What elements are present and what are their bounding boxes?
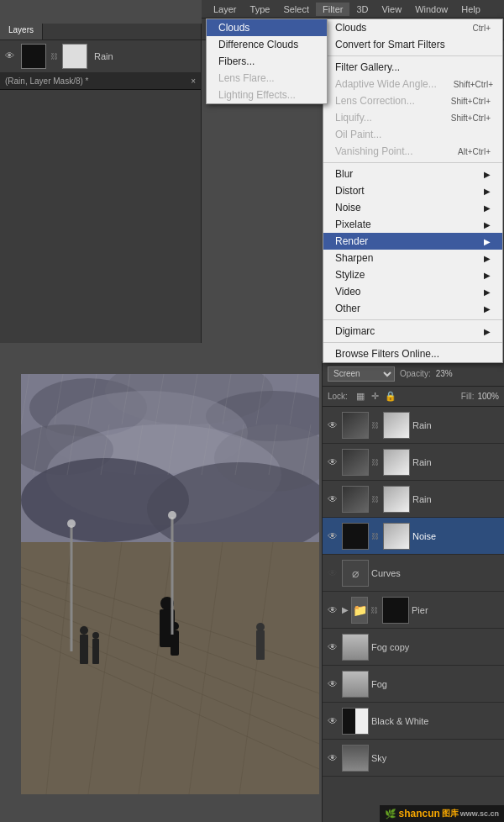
fill-value[interactable]: 100% bbox=[477, 392, 499, 401]
eye-icon[interactable]: 👁 bbox=[5, 50, 17, 62]
filter-sharpen[interactable]: Sharpen ▶ bbox=[323, 250, 502, 266]
eye-icon-rain-3[interactable]: 👁 bbox=[326, 493, 339, 506]
layer-mask-rain-2 bbox=[383, 449, 410, 476]
filter-video-label: Video bbox=[335, 286, 360, 298]
watermark: 🌿 shancun 图库 www.sc.cn bbox=[380, 805, 504, 822]
blend-mode-select[interactable]: Screen Normal Multiply Overlay bbox=[328, 366, 395, 382]
layer-mask-rain-1 bbox=[383, 412, 410, 439]
layer-row-fog-copy[interactable]: 👁 Fog copy bbox=[323, 629, 504, 666]
menu-help[interactable]: Help bbox=[454, 3, 487, 16]
lock-label: Lock: bbox=[328, 392, 348, 401]
layer-thumb-black bbox=[21, 44, 46, 69]
layer-thumb-curves: ⌀ bbox=[342, 560, 369, 587]
filter-video[interactable]: Video ▶ bbox=[323, 283, 502, 300]
filter-noise[interactable]: Noise ▶ bbox=[323, 199, 502, 216]
menu-filter[interactable]: Filter bbox=[316, 3, 349, 16]
layer-thumb-pier-folder: 📁 bbox=[351, 597, 368, 624]
filter-clouds-label: Clouds bbox=[335, 22, 366, 34]
lock-pixels-icon[interactable]: ▦ bbox=[354, 391, 366, 403]
filter-gallery[interactable]: Filter Gallery... bbox=[323, 59, 502, 76]
eye-icon-fog-copy[interactable]: 👁 bbox=[326, 640, 339, 654]
opacity-value[interactable]: 23% bbox=[436, 369, 461, 378]
filter-adaptive-shortcut: Shift+Ctrl+ bbox=[454, 80, 493, 89]
filter-render[interactable]: Render ▶ bbox=[323, 233, 502, 250]
layer-name-fog: Fog bbox=[371, 679, 501, 689]
filter-pixelate[interactable]: Pixelate ▶ bbox=[323, 216, 502, 233]
filter-convert-smart-label: Convert for Smart Filters bbox=[335, 39, 445, 50]
menu-bar: Layer Type Select Filter 3D View Window … bbox=[202, 0, 504, 18]
layer-thumb-sky bbox=[342, 745, 369, 772]
stylize-arrow: ▶ bbox=[484, 271, 491, 280]
menu-select[interactable]: Select bbox=[276, 3, 316, 16]
layer-row-noise[interactable]: 👁 ⛓ Noise bbox=[323, 518, 504, 555]
eye-icon-curves[interactable]: 👁 bbox=[326, 566, 339, 580]
lock-all-icon[interactable]: 🔒 bbox=[385, 391, 396, 403]
layer-row-rain-2[interactable]: 👁 ⛓ Rain bbox=[323, 444, 504, 481]
eye-icon-fog[interactable]: 👁 bbox=[326, 677, 339, 691]
eye-icon-pier[interactable]: 👁 bbox=[326, 603, 339, 617]
menu-view[interactable]: View bbox=[375, 3, 408, 16]
eye-icon-noise[interactable]: 👁 bbox=[326, 530, 339, 543]
tab-info-text: (Rain, Layer Mask/8) * bbox=[5, 76, 88, 86]
separator-4 bbox=[323, 342, 502, 343]
filter-oil-paint-label: Oil Paint... bbox=[335, 129, 381, 140]
layer-name-sky: Sky bbox=[371, 753, 501, 763]
filter-distort-label: Distort bbox=[335, 185, 365, 197]
chain-icon: ⛓ bbox=[50, 52, 58, 61]
filter-distort[interactable]: Distort ▶ bbox=[323, 182, 502, 199]
render-clouds[interactable]: Clouds bbox=[207, 19, 327, 36]
layer-row-curves[interactable]: 👁 ⌀ Curves bbox=[323, 555, 504, 592]
svg-point-28 bbox=[92, 632, 99, 639]
render-difference-clouds[interactable]: Difference Clouds bbox=[207, 36, 327, 53]
filter-digimarc[interactable]: Digimarc ▶ bbox=[323, 323, 502, 340]
filter-stylize-label: Stylize bbox=[335, 269, 365, 281]
separator-3 bbox=[323, 319, 502, 320]
tab-close-button[interactable]: × bbox=[191, 76, 196, 86]
blur-arrow: ▶ bbox=[484, 170, 491, 179]
layer-row-rain-3[interactable]: 👁 ⛓ Rain bbox=[323, 481, 504, 518]
layers-panel: Screen Normal Multiply Overlay Opacity: … bbox=[322, 361, 504, 822]
fill-label: Fill: bbox=[461, 392, 475, 401]
tab-info-bar: (Rain, Layer Mask/8) * × bbox=[0, 73, 201, 90]
filter-convert-smart[interactable]: Convert for Smart Filters bbox=[323, 36, 502, 53]
filter-blur-label: Blur bbox=[335, 168, 353, 180]
menu-window[interactable]: Window bbox=[408, 3, 454, 16]
layer-row-sky[interactable]: 👁 Sky bbox=[323, 740, 504, 777]
layer-thumb-bw bbox=[342, 708, 369, 735]
layer-row-bw[interactable]: 👁 Black & White bbox=[323, 703, 504, 740]
folder-arrow-pier[interactable]: ▶ bbox=[342, 605, 349, 614]
layers-tab[interactable]: Layers bbox=[0, 24, 43, 40]
layer-tabs: Layers bbox=[0, 24, 201, 40]
layer-thumb-rain-3 bbox=[342, 486, 369, 513]
filter-liquify-shortcut: Shift+Ctrl+ bbox=[451, 113, 491, 123]
layer-mask-thumb-white bbox=[62, 44, 87, 69]
filter-stylize[interactable]: Stylize ▶ bbox=[323, 266, 502, 283]
filter-browse-online-label: Browse Filters Online... bbox=[335, 348, 439, 360]
filter-liquify: Liquify... Shift+Ctrl+ bbox=[323, 109, 502, 126]
filter-other-label: Other bbox=[335, 303, 360, 314]
svg-point-30 bbox=[256, 623, 265, 631]
lock-position-icon[interactable]: ✛ bbox=[370, 391, 381, 403]
menu-type[interactable]: Type bbox=[244, 3, 277, 16]
top-layer-entry[interactable]: 👁 ⛓ Rain bbox=[0, 40, 201, 73]
sharpen-arrow: ▶ bbox=[484, 254, 491, 263]
layer-row-rain-1[interactable]: 👁 ⛓ Rain bbox=[323, 407, 504, 444]
menu-layer[interactable]: Layer bbox=[207, 3, 244, 16]
layer-row-fog[interactable]: 👁 Fog bbox=[323, 666, 504, 703]
render-fibers[interactable]: Fibers... bbox=[207, 53, 327, 70]
eye-icon-rain-1[interactable]: 👁 bbox=[326, 419, 339, 432]
layer-row-pier[interactable]: 👁 ▶ 📁 ⛓ Pier bbox=[323, 592, 504, 629]
layer-thumb-fog-copy bbox=[342, 634, 369, 661]
eye-icon-rain-2[interactable]: 👁 bbox=[326, 456, 339, 469]
filter-blur[interactable]: Blur ▶ bbox=[323, 166, 502, 182]
filter-clouds[interactable]: Clouds Ctrl+ bbox=[323, 19, 502, 36]
menu-3d[interactable]: 3D bbox=[349, 3, 375, 16]
eye-icon-sky[interactable]: 👁 bbox=[326, 751, 339, 765]
opacity-label: Opacity: bbox=[400, 369, 431, 378]
filter-other[interactable]: Other ▶ bbox=[323, 300, 502, 317]
filter-browse-online[interactable]: Browse Filters Online... bbox=[323, 345, 502, 362]
layer-name-rain-3: Rain bbox=[412, 494, 501, 504]
eye-icon-bw[interactable]: 👁 bbox=[326, 714, 339, 728]
svg-point-34 bbox=[168, 511, 176, 519]
layer-thumb-noise bbox=[342, 523, 369, 550]
